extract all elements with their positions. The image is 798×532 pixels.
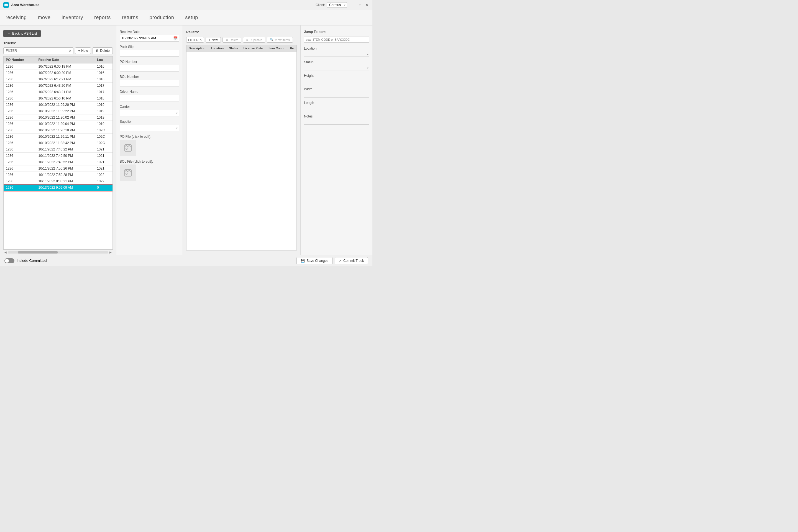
nav-item-returns[interactable]: returns	[122, 14, 138, 22]
location-select[interactable]	[304, 52, 369, 57]
save-changes-button[interactable]: 💾 Save Changes	[297, 257, 332, 264]
table-row[interactable]: 1236 10/11/2022 8:03:21 PM 1022	[4, 178, 113, 185]
pallets-duplicate-button[interactable]: ⧉ Duplicate	[243, 37, 265, 43]
back-to-asn-button[interactable]: ← Back to ASN List	[3, 30, 41, 37]
supplier-select[interactable]	[120, 125, 179, 131]
commit-truck-button[interactable]: ✓ Commit Truck	[335, 257, 368, 264]
nav-item-receiving[interactable]: receiving	[5, 14, 27, 22]
po-number-cell: 1236	[4, 63, 36, 70]
trucks-filter-row: ✕ + New 🗑 Delete	[3, 48, 113, 54]
close-button[interactable]: ✕	[365, 3, 369, 7]
nav-item-move[interactable]: move	[38, 14, 51, 22]
receive-date-cell: 10/7/2022 6:43:20 PM	[36, 82, 95, 89]
table-row[interactable]: 1236 10/10/2022 11:38:42 PM 102C	[4, 140, 113, 146]
width-input[interactable]	[304, 92, 369, 97]
table-row[interactable]: 1236 10/7/2022 6:12:21 PM 1016	[4, 76, 113, 82]
nav-item-setup[interactable]: setup	[185, 14, 198, 22]
location-cell: 1021	[95, 159, 113, 166]
location-cell: 1017	[95, 89, 113, 95]
nav-item-production[interactable]: production	[149, 14, 174, 22]
jump-to-item-input[interactable]	[304, 37, 369, 43]
filter-clear-icon[interactable]: ✕	[69, 49, 72, 53]
client-dropdown[interactable]: Cerritus	[327, 2, 347, 8]
table-row[interactable]: 1236 10/11/2022 7:50:28 PM 1022	[4, 172, 113, 178]
table-row[interactable]: 1236 10/10/2022 11:20:04 PM 1019	[4, 121, 113, 127]
filter-x-icon[interactable]: ✕	[200, 38, 202, 41]
table-row[interactable]: 1236 10/10/2022 11:20:02 PM 1019	[4, 114, 113, 121]
height-input[interactable]	[304, 79, 369, 84]
trucks-delete-button[interactable]: 🗑 Delete	[93, 48, 113, 54]
pallets-col-item-count: Item Count	[266, 45, 288, 52]
receive-date-cell: 10/7/2022 6:43:21 PM	[36, 89, 95, 95]
receive-date-cell: 10/10/2022 11:09:22 PM	[36, 108, 95, 114]
po-number-input[interactable]	[120, 65, 179, 72]
scroll-track[interactable]	[8, 251, 108, 253]
trucks-scrollbar[interactable]: ◀ ▶	[3, 250, 113, 255]
bol-number-group: BOL Number	[120, 75, 179, 87]
trucks-filter-wrapper: ✕	[3, 48, 73, 54]
checkmark-icon: ✓	[339, 259, 342, 263]
table-row[interactable]: 1236 10/11/2022 7:50:26 PM 1021	[4, 166, 113, 172]
po-file-placeholder[interactable]	[120, 140, 136, 156]
maximize-button[interactable]: □	[358, 3, 362, 7]
nav-item-inventory[interactable]: inventory	[62, 14, 83, 22]
table-row[interactable]: 1236 10/11/2022 7:40:52 PM 1021	[4, 159, 113, 166]
pallets-delete-button[interactable]: 🗑 Delete	[223, 37, 242, 43]
location-cell: 1016	[95, 70, 113, 76]
pallets-col-license-plate: License Plate	[241, 45, 267, 52]
delete-icon: 🗑	[226, 38, 229, 41]
trucks-table-wrapper[interactable]: PO Number Receive Date Loa 1236 10/7/202…	[3, 56, 113, 250]
pack-slip-input[interactable]	[120, 50, 179, 57]
table-row[interactable]: 1236 10/10/2022 11:09:20 PM 1019	[4, 102, 113, 108]
scroll-right-arrow[interactable]: ▶	[108, 251, 113, 254]
pallets-filter[interactable]: FILTER ✕	[186, 37, 204, 43]
jump-to-item-label: Jump To Item:	[304, 30, 369, 34]
trucks-filter-input[interactable]	[3, 48, 73, 54]
delete-icon: 🗑	[96, 49, 99, 53]
table-row[interactable]: 1236 10/11/2022 7:40:50 PM 1021	[4, 153, 113, 159]
location-cell: 1021	[95, 146, 113, 153]
toggle-knob	[5, 259, 9, 263]
minimize-button[interactable]: –	[352, 3, 356, 7]
table-row[interactable]: 1236 10/7/2022 6:56:10 PM 1018	[4, 95, 113, 102]
trucks-label: Trucks:	[3, 41, 113, 45]
table-row[interactable]: 1236 10/7/2022 6:43:21 PM 1017	[4, 89, 113, 95]
receive-date-cell: 10/10/2022 11:09:20 PM	[36, 102, 95, 108]
nav-item-reports[interactable]: reports	[94, 14, 111, 22]
table-row[interactable]: 1236 10/7/2022 6:00:18 PM 1016	[4, 63, 113, 70]
receive-date-input[interactable]	[120, 35, 179, 41]
pallets-view-items-button[interactable]: 🔍 View Items	[267, 37, 293, 43]
pallets-table-wrapper[interactable]: Description Location Status License Plat…	[186, 45, 297, 250]
pallets-new-button[interactable]: + New	[206, 37, 221, 43]
table-row[interactable]: 1236 10/10/2022 11:26:11 PM 102C	[4, 134, 113, 140]
status-select[interactable]	[304, 65, 369, 70]
carrier-select[interactable]	[120, 110, 179, 116]
length-label: Length	[304, 101, 369, 105]
plus-icon: +	[78, 49, 80, 53]
bol-number-input[interactable]	[120, 80, 179, 87]
trucks-table-container: PO Number Receive Date Loa 1236 10/7/202…	[3, 56, 113, 255]
bol-file-placeholder[interactable]	[120, 165, 136, 181]
location-cell: 1022	[95, 178, 113, 185]
carrier-group: Carrier	[120, 105, 179, 116]
table-row[interactable]: 1236 10/10/2022 11:09:22 PM 1019	[4, 108, 113, 114]
table-row[interactable]: 1236 10/13/2022 9:09:09 AM 0	[4, 185, 113, 191]
length-input[interactable]	[304, 106, 369, 111]
po-number-cell: 1236	[4, 178, 36, 185]
include-committed-toggle[interactable]	[4, 258, 14, 263]
location-cell: 102C	[95, 134, 113, 140]
status-select-wrapper	[304, 65, 369, 70]
receive-date-cell: 10/10/2022 11:20:04 PM	[36, 121, 95, 127]
scroll-left-arrow[interactable]: ◀	[3, 251, 8, 254]
table-row[interactable]: 1236 10/11/2022 7:40:22 PM 1021	[4, 146, 113, 153]
client-dropdown-wrapper[interactable]: Cerritus	[327, 2, 347, 8]
table-row[interactable]: 1236 10/7/2022 6:43:20 PM 1017	[4, 82, 113, 89]
table-row[interactable]: 1236 10/10/2022 11:26:10 PM 102C	[4, 127, 113, 134]
notes-input[interactable]	[304, 119, 369, 125]
client-label: Client:	[316, 3, 325, 7]
calendar-icon[interactable]: 📅	[173, 36, 177, 40]
po-number-cell: 1236	[4, 114, 36, 121]
driver-name-input[interactable]	[120, 95, 179, 101]
trucks-new-button[interactable]: + New	[75, 48, 91, 54]
table-row[interactable]: 1236 10/7/2022 6:00:20 PM 1016	[4, 70, 113, 76]
